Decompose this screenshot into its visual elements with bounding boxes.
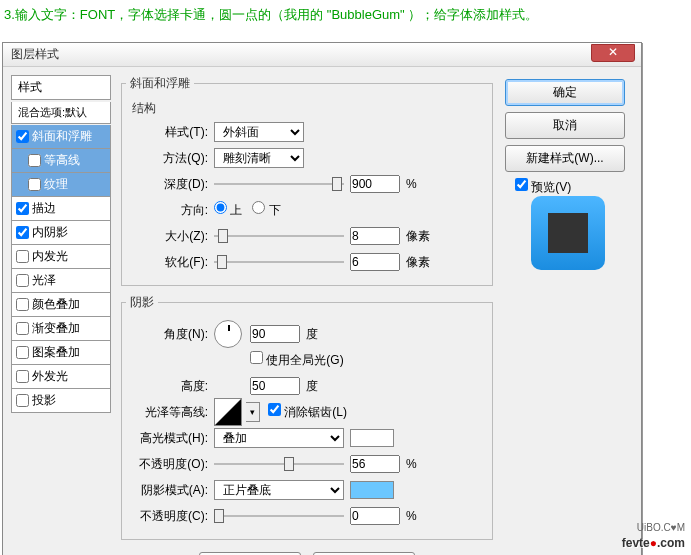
- size-slider[interactable]: [214, 227, 344, 245]
- style-label: 描边: [32, 201, 56, 215]
- depth-unit: %: [406, 177, 417, 191]
- style-check-pattern-overlay[interactable]: [16, 346, 29, 359]
- style-label: 纹理: [44, 177, 68, 191]
- shadow-opacity-input[interactable]: [350, 507, 400, 525]
- style-item-contour[interactable]: 等高线: [11, 149, 111, 173]
- style-item-bevel[interactable]: 斜面和浮雕: [11, 125, 111, 149]
- style-check-bevel[interactable]: [16, 130, 29, 143]
- style-item-drop-shadow[interactable]: 投影: [11, 389, 111, 413]
- angle-input[interactable]: [250, 325, 300, 343]
- style-label: 渐变叠加: [32, 321, 80, 335]
- title-bar[interactable]: 图层样式 ✕: [3, 43, 641, 67]
- styles-header[interactable]: 样式: [11, 75, 111, 100]
- shadow-color-swatch[interactable]: [350, 481, 394, 499]
- shadow-mode-select[interactable]: 正片叠底: [214, 480, 344, 500]
- style-check-inner-shadow[interactable]: [16, 226, 29, 239]
- style-item-gradient-overlay[interactable]: 渐变叠加: [11, 317, 111, 341]
- preview-swatch: [531, 196, 605, 270]
- gloss-label: 光泽等高线:: [126, 404, 214, 421]
- style-item-outer-glow[interactable]: 外发光: [11, 365, 111, 389]
- pct-unit: %: [406, 457, 417, 471]
- size-input[interactable]: [350, 227, 400, 245]
- style-item-texture[interactable]: 纹理: [11, 173, 111, 197]
- method-label: 方法(Q):: [126, 150, 214, 167]
- action-column: 确定 取消 新建样式(W)... 预览(V): [503, 75, 633, 555]
- structure-group: 斜面和浮雕 结构 样式(T): 外斜面 方法(Q): 雕刻清晰 深度(D): %: [121, 75, 493, 286]
- style-item-inner-glow[interactable]: 内发光: [11, 245, 111, 269]
- style-label: 外发光: [32, 369, 68, 383]
- highlight-opacity-label: 不透明度(O):: [126, 456, 214, 473]
- style-check-inner-glow[interactable]: [16, 250, 29, 263]
- angle-label: 角度(N):: [126, 326, 214, 343]
- style-label: 光泽: [32, 273, 56, 287]
- layer-style-dialog: 图层样式 ✕ 样式 混合选项:默认 斜面和浮雕 等高线 纹理 描边 内阴影 内发…: [2, 42, 642, 555]
- pct-unit2: %: [406, 509, 417, 523]
- altitude-unit: 度: [306, 378, 318, 395]
- style-check-contour[interactable]: [28, 154, 41, 167]
- angle-dial[interactable]: [214, 320, 242, 348]
- style-check-stroke[interactable]: [16, 202, 29, 215]
- styles-list: 样式 混合选项:默认 斜面和浮雕 等高线 纹理 描边 内阴影 内发光 光泽 颜色…: [11, 75, 111, 555]
- style-label: 颜色叠加: [32, 297, 80, 311]
- highlight-opacity-input[interactable]: [350, 455, 400, 473]
- highlight-opacity-slider[interactable]: [214, 455, 344, 473]
- depth-label: 深度(D):: [126, 176, 214, 193]
- watermark: fevte●.com: [622, 533, 685, 551]
- soften-slider[interactable]: [214, 253, 344, 271]
- settings-panel: 斜面和浮雕 结构 样式(T): 外斜面 方法(Q): 雕刻清晰 深度(D): %: [117, 75, 497, 555]
- style-check-outer-glow[interactable]: [16, 370, 29, 383]
- soften-label: 软化(F):: [126, 254, 214, 271]
- style-check-color-overlay[interactable]: [16, 298, 29, 311]
- shadow-mode-label: 阴影模式(A):: [126, 482, 214, 499]
- shadow-opacity-slider[interactable]: [214, 507, 344, 525]
- soften-input[interactable]: [350, 253, 400, 271]
- direction-label: 方向:: [126, 202, 214, 219]
- size-unit: 像素: [406, 228, 430, 245]
- depth-input[interactable]: [350, 175, 400, 193]
- style-item-color-overlay[interactable]: 颜色叠加: [11, 293, 111, 317]
- close-button[interactable]: ✕: [591, 44, 635, 62]
- new-style-button[interactable]: 新建样式(W)...: [505, 145, 625, 172]
- depth-slider[interactable]: [214, 175, 344, 193]
- altitude-label: 高度:: [126, 378, 214, 395]
- style-label: 斜面和浮雕: [32, 129, 92, 143]
- gloss-contour-dropdown[interactable]: ▾: [246, 402, 260, 422]
- gloss-contour-picker[interactable]: [214, 398, 242, 426]
- angle-unit: 度: [306, 326, 318, 343]
- global-light-check[interactable]: 使用全局光(G): [250, 351, 344, 369]
- preview-inner: [548, 213, 588, 253]
- altitude-input[interactable]: [250, 377, 300, 395]
- bevel-legend: 斜面和浮雕: [126, 75, 194, 92]
- direction-down[interactable]: 下: [252, 201, 280, 219]
- style-label: 等高线: [44, 153, 80, 167]
- highlight-color-swatch[interactable]: [350, 429, 394, 447]
- style-item-inner-shadow[interactable]: 内阴影: [11, 221, 111, 245]
- style-label: 图案叠加: [32, 345, 80, 359]
- method-select[interactable]: 雕刻清晰: [214, 148, 304, 168]
- style-check-drop-shadow[interactable]: [16, 394, 29, 407]
- style-check-gradient-overlay[interactable]: [16, 322, 29, 335]
- style-check-satin[interactable]: [16, 274, 29, 287]
- style-item-pattern-overlay[interactable]: 图案叠加: [11, 341, 111, 365]
- style-select[interactable]: 外斜面: [214, 122, 304, 142]
- shadow-opacity-label: 不透明度(C):: [126, 508, 214, 525]
- style-label: 内阴影: [32, 225, 68, 239]
- preview-check[interactable]: 预览(V): [515, 180, 571, 194]
- ok-button[interactable]: 确定: [505, 79, 625, 106]
- dialog-title: 图层样式: [11, 46, 59, 63]
- watermark-sub: UiBO.C♥M: [637, 522, 685, 533]
- style-item-stroke[interactable]: 描边: [11, 197, 111, 221]
- blend-options[interactable]: 混合选项:默认: [11, 102, 111, 124]
- instruction-text: 3.输入文字：FONT，字体选择卡通，圆一点的（我用的 "BubbleGum" …: [0, 0, 691, 30]
- shading-group: 阴影 角度(N): 度 使用全局光(G) 高度: 度: [121, 294, 493, 540]
- size-label: 大小(Z):: [126, 228, 214, 245]
- style-check-texture[interactable]: [28, 178, 41, 191]
- shading-legend: 阴影: [126, 294, 158, 311]
- style-label: 样式(T):: [126, 124, 214, 141]
- style-item-satin[interactable]: 光泽: [11, 269, 111, 293]
- antialias-check[interactable]: 消除锯齿(L): [268, 403, 347, 421]
- direction-up[interactable]: 上: [214, 201, 242, 219]
- cancel-button[interactable]: 取消: [505, 112, 625, 139]
- highlight-mode-select[interactable]: 叠加: [214, 428, 344, 448]
- soften-unit: 像素: [406, 254, 430, 271]
